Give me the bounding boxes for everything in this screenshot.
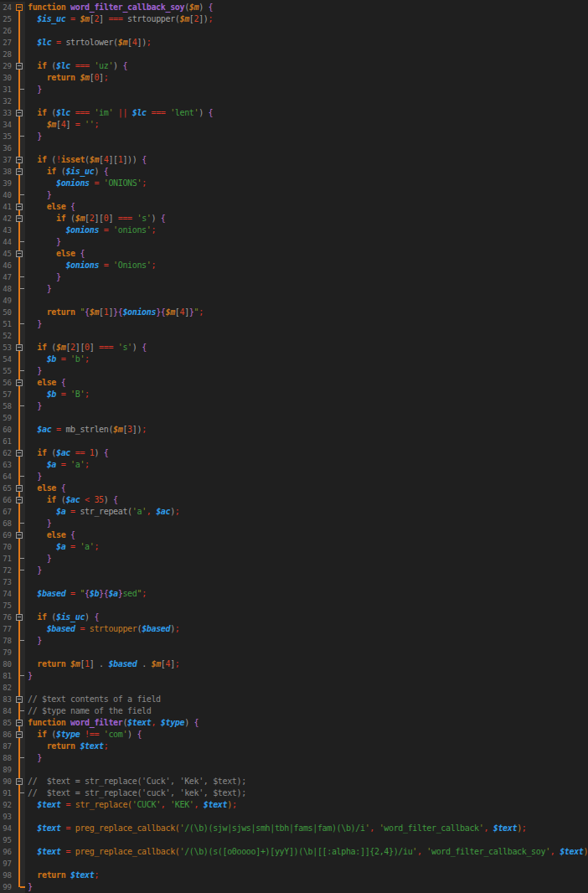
code-line[interactable]: 49 bbox=[0, 295, 588, 307]
code-line[interactable]: 30 return $m[0]; bbox=[0, 72, 588, 84]
code-line[interactable]: 68 } bbox=[0, 518, 588, 529]
code-line[interactable]: 31 } bbox=[0, 84, 588, 95]
code-text[interactable]: return $m[1] . $based . $m[4]; bbox=[25, 658, 588, 670]
fold-collapse-icon[interactable] bbox=[16, 778, 23, 785]
code-text[interactable]: else { bbox=[25, 529, 588, 541]
code-line[interactable]: 37 if (!isset($m[4][1])) { bbox=[0, 154, 588, 166]
fold-collapse-icon[interactable] bbox=[16, 204, 23, 210]
code-text[interactable]: } bbox=[25, 635, 588, 647]
fold-collapse-icon[interactable] bbox=[16, 379, 23, 386]
code-line[interactable]: 24function word_filter_callback_soy($m) … bbox=[0, 2, 588, 13]
code-text[interactable]: } bbox=[25, 131, 588, 142]
code-line[interactable]: 85function word_filter($text, $type) { bbox=[0, 717, 588, 729]
code-text[interactable]: // $text contents of a field bbox=[25, 694, 588, 705]
code-text[interactable]: else { bbox=[25, 248, 588, 260]
code-text[interactable] bbox=[25, 49, 588, 60]
code-line[interactable]: 61 bbox=[0, 436, 588, 447]
code-editor[interactable]: 24function word_filter_callback_soy($m) … bbox=[0, 0, 588, 893]
code-text[interactable]: if ($type !== 'com') { bbox=[25, 729, 588, 741]
code-text[interactable]: $b = 'b'; bbox=[25, 354, 588, 365]
code-line[interactable]: 78 } bbox=[0, 635, 588, 647]
fold-collapse-icon[interactable] bbox=[16, 731, 23, 738]
code-text[interactable]: $based = "{$b}{$a}sed"; bbox=[25, 588, 588, 600]
code-line[interactable]: 29 if ($lc === 'uz') { bbox=[0, 60, 588, 72]
code-text[interactable] bbox=[25, 647, 588, 658]
code-text[interactable]: return $text; bbox=[25, 870, 588, 881]
code-line[interactable]: 80 return $m[1] . $based . $m[4]; bbox=[0, 658, 588, 670]
code-line[interactable]: 87 return $text; bbox=[0, 741, 588, 752]
code-line[interactable]: 75 bbox=[0, 600, 588, 612]
fold-collapse-icon[interactable] bbox=[16, 157, 23, 163]
code-line[interactable]: 71 } bbox=[0, 553, 588, 565]
code-text[interactable]: } bbox=[25, 518, 588, 529]
fold-collapse-icon[interactable] bbox=[16, 4, 23, 11]
code-line[interactable]: 27 $lc = strtolower($m[4]); bbox=[0, 37, 588, 49]
code-line[interactable]: 57 $b = 'B'; bbox=[0, 389, 588, 400]
code-text[interactable]: if ($m[2][0] === 's') { bbox=[25, 342, 588, 354]
fold-collapse-icon[interactable] bbox=[16, 532, 23, 539]
code-text[interactable] bbox=[25, 858, 588, 870]
code-line[interactable]: 55 } bbox=[0, 365, 588, 377]
fold-collapse-icon[interactable] bbox=[16, 614, 23, 621]
code-line[interactable]: 53 if ($m[2][0] === 's') { bbox=[0, 342, 588, 354]
code-text[interactable]: } bbox=[25, 271, 588, 283]
code-text[interactable]: return $m[0]; bbox=[25, 72, 588, 84]
code-text[interactable]: if ($m[2][0] === 's') { bbox=[25, 213, 588, 225]
code-text[interactable]: $onions = 'Onions'; bbox=[25, 260, 588, 271]
code-line[interactable]: 41 else { bbox=[0, 201, 588, 213]
code-line[interactable]: 84// $type name of the field bbox=[0, 705, 588, 717]
code-line[interactable]: 64 } bbox=[0, 471, 588, 483]
code-text[interactable] bbox=[25, 600, 588, 612]
code-text[interactable] bbox=[25, 811, 588, 823]
code-line[interactable]: 67 $a = str_repeat('a', $ac); bbox=[0, 506, 588, 518]
code-line[interactable]: 95 bbox=[0, 834, 588, 846]
fold-collapse-icon[interactable] bbox=[16, 497, 23, 503]
code-line[interactable]: 97 bbox=[0, 858, 588, 870]
code-line[interactable]: 56 else { bbox=[0, 377, 588, 389]
code-line[interactable]: 93 bbox=[0, 811, 588, 823]
code-text[interactable]: } bbox=[25, 553, 588, 565]
code-text[interactable]: $ac = mb_strlen($m[3]); bbox=[25, 424, 588, 436]
code-line[interactable]: 39 $onions = 'ONIONS'; bbox=[0, 178, 588, 189]
code-text[interactable]: function word_filter($text, $type) { bbox=[25, 717, 588, 729]
fold-collapse-icon[interactable] bbox=[16, 168, 23, 175]
code-line[interactable]: 90// $text = str_replace('Cuck', 'Kek', … bbox=[0, 776, 588, 787]
code-text[interactable]: $is_uc = $m[2] === strtoupper($m[2]); bbox=[25, 13, 588, 25]
code-line[interactable]: 82 bbox=[0, 682, 588, 694]
code-line[interactable]: 58 } bbox=[0, 400, 588, 412]
code-text[interactable]: if ($lc === 'uz') { bbox=[25, 60, 588, 72]
code-text[interactable]: } bbox=[25, 236, 588, 248]
code-line[interactable]: 98 return $text; bbox=[0, 870, 588, 881]
code-text[interactable] bbox=[25, 95, 588, 107]
code-line[interactable]: 45 else { bbox=[0, 248, 588, 260]
code-text[interactable]: $b = 'B'; bbox=[25, 389, 588, 400]
code-text[interactable] bbox=[25, 330, 588, 342]
code-line[interactable]: 91// $text = str_replace('cuck', 'kek', … bbox=[0, 787, 588, 799]
code-text[interactable]: } bbox=[25, 400, 588, 412]
fold-collapse-icon[interactable] bbox=[16, 720, 23, 726]
code-text[interactable]: if ($is_uc) { bbox=[25, 166, 588, 178]
code-line[interactable]: 40 } bbox=[0, 189, 588, 201]
code-text[interactable]: } bbox=[25, 471, 588, 483]
code-line[interactable]: 33 if ($lc === 'im' || $lc === 'lent') { bbox=[0, 107, 588, 119]
code-line[interactable]: 25 $is_uc = $m[2] === strtoupper($m[2]); bbox=[0, 13, 588, 25]
code-line[interactable]: 32 bbox=[0, 95, 588, 107]
code-line[interactable]: 70 $a = 'a'; bbox=[0, 541, 588, 553]
code-line[interactable]: 79 bbox=[0, 647, 588, 658]
code-text[interactable]: function word_filter_callback_soy($m) { bbox=[25, 2, 588, 13]
fold-collapse-icon[interactable] bbox=[16, 110, 23, 116]
code-text[interactable]: } bbox=[25, 283, 588, 295]
code-line[interactable]: 77 $based = strtoupper($based); bbox=[0, 623, 588, 635]
code-text[interactable]: $m[4] = ''; bbox=[25, 119, 588, 131]
code-line[interactable]: 62 if ($ac == 1) { bbox=[0, 447, 588, 459]
code-text[interactable]: } bbox=[25, 565, 588, 576]
code-text[interactable]: return $text; bbox=[25, 741, 588, 752]
code-line[interactable]: 92 $text = str_replace('CUCK', 'KEK', $t… bbox=[0, 799, 588, 811]
code-line[interactable]: 76 if ($is_uc) { bbox=[0, 612, 588, 623]
code-line[interactable]: 28 bbox=[0, 49, 588, 60]
code-line[interactable]: 59 bbox=[0, 412, 588, 424]
code-text[interactable]: $text = preg_replace_callback('/(\b)(sjw… bbox=[25, 823, 588, 834]
code-line[interactable]: 43 $onions = 'onions'; bbox=[0, 225, 588, 236]
code-text[interactable]: $onions = 'onions'; bbox=[25, 225, 588, 236]
code-text[interactable] bbox=[25, 764, 588, 776]
